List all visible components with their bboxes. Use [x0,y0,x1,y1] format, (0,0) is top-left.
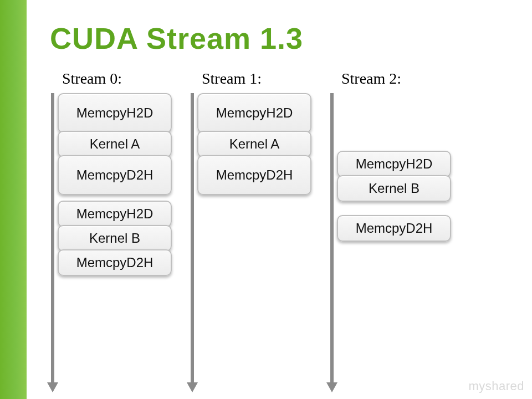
stream-label: Stream 1: [202,70,319,88]
stream-column-1: Stream 1: MemcpyH2D Kernel A MemcpyD2H [194,70,319,386]
op-memcpy-h2d: MemcpyH2D [197,93,311,133]
op-memcpy-d2h: MemcpyD2H [58,249,172,276]
slide-title: CUDA Stream 1.3 [50,21,303,55]
op-kernel-a: Kernel A [197,131,311,157]
stream-columns: Stream 0: MemcpyH2D Kernel A MemcpyD2H M… [54,70,492,386]
op-memcpy-d2h: MemcpyD2H [197,155,311,195]
op-kernel-b: Kernel B [58,225,172,252]
timeline-arrow [330,93,334,382]
op-memcpy-d2h: MemcpyD2H [337,215,451,242]
stream-blocks: MemcpyH2D Kernel B MemcpyD2H [337,153,453,242]
op-kernel-b: Kernel B [337,175,451,202]
op-memcpy-h2d: MemcpyH2D [58,201,172,227]
op-memcpy-d2h: MemcpyD2H [58,155,172,195]
op-memcpy-h2d: MemcpyH2D [58,93,172,133]
op-memcpy-h2d: MemcpyH2D [337,151,451,177]
timeline-arrow [191,93,194,382]
stream-column-0: Stream 0: MemcpyH2D Kernel A MemcpyD2H M… [54,70,180,386]
timeline-arrow [51,93,54,382]
op-kernel-a: Kernel A [58,131,172,157]
stream-label: Stream 2: [341,70,459,88]
stream-label: Stream 0: [62,70,180,88]
stream-column-2: Stream 2: MemcpyH2D Kernel B MemcpyD2H [334,70,459,386]
watermark: myshared [468,379,524,393]
stream-blocks: MemcpyH2D Kernel A MemcpyD2H MemcpyH2D K… [58,95,174,276]
stream-blocks: MemcpyH2D Kernel A MemcpyD2H [197,95,314,195]
left-accent-bar [0,0,27,399]
